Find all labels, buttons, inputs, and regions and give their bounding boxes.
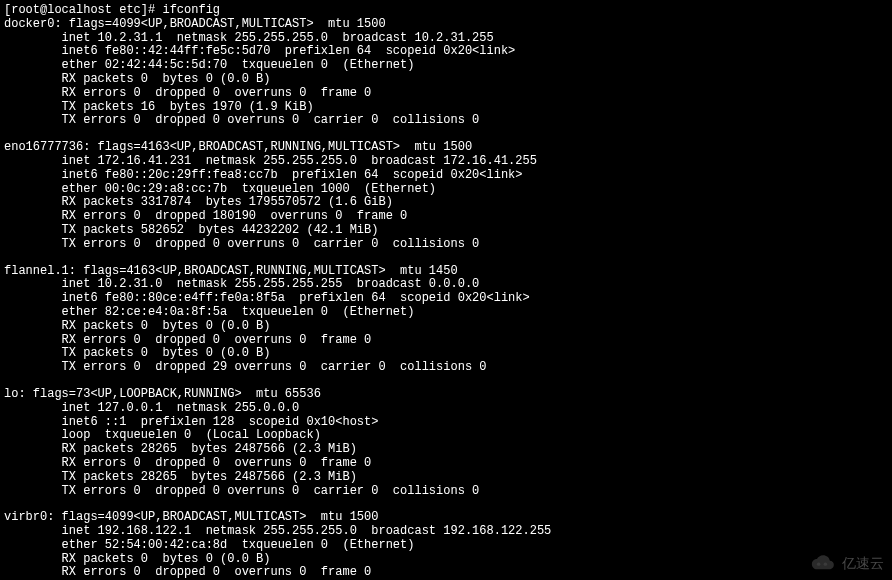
interface-flannel.1: flannel.1: flags=4163<UP,BROADCAST,RUNNI… [4,265,888,375]
interface-eno16777736: eno16777736: flags=4163<UP,BROADCAST,RUN… [4,141,888,251]
svg-point-1 [824,562,827,565]
shell-prompt[interactable]: [root@localhost etc]# ifconfig [4,4,888,18]
watermark: 亿速云 [808,554,884,572]
interface-virbr0: virbr0: flags=4099<UP,BROADCAST,MULTICAS… [4,511,888,580]
ifconfig-output: docker0: flags=4099<UP,BROADCAST,MULTICA… [4,18,888,580]
watermark-text: 亿速云 [842,555,884,571]
interface-lo: lo: flags=73<UP,LOOPBACK,RUNNING> mtu 65… [4,388,888,498]
prompt-text: [root@localhost etc]# ifconfig [4,3,220,17]
interface-docker0: docker0: flags=4099<UP,BROADCAST,MULTICA… [4,18,888,128]
cloud-icon [808,554,836,572]
svg-point-0 [817,562,820,565]
